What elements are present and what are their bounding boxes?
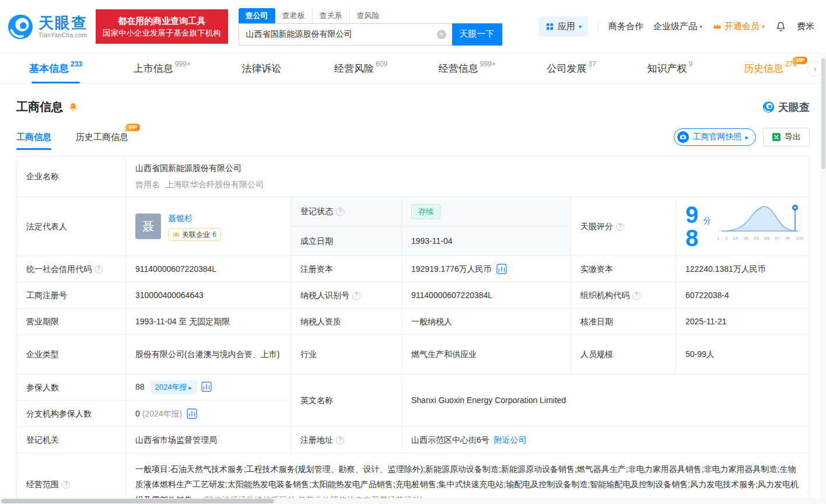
tab-operation-risk[interactable]: 经营风险 609 (326, 54, 396, 83)
branch-insured-count-value: 0 (2024年报) (126, 401, 291, 427)
search-input[interactable] (239, 23, 452, 46)
registered-address-value: 山西示范区中心街6号 附近公司 (402, 427, 810, 453)
search-tabs: 查公司 查老板 查关系 查风险 (239, 8, 502, 23)
former-name: 上海联华合纤股份有限公司 (166, 180, 264, 189)
tab-history-info[interactable]: 历史信息 279 VIP (736, 54, 805, 83)
business-scope-label: 经营范围? (17, 453, 126, 504)
search-tab-risk[interactable]: 查风险 (350, 8, 387, 23)
score-unit: 分 (703, 215, 711, 227)
industry-value: 燃气生产和供应业 (402, 335, 571, 374)
vip-label: 开通会员 (724, 21, 760, 32)
tab-company-development[interactable]: 公司发展 37 (538, 54, 604, 83)
user-menu[interactable]: 费米 (797, 21, 814, 32)
search-row: × 天眼一下 (239, 23, 502, 46)
horizontal-scrollbar[interactable] (0, 498, 826, 504)
uscc-label: 统一社会信用代码? (17, 256, 126, 282)
help-icon[interactable]: ? (632, 292, 640, 300)
help-icon[interactable]: ? (336, 208, 344, 216)
divider (598, 21, 598, 33)
score-label: 天眼评分? (571, 197, 676, 256)
crown-icon (712, 22, 722, 32)
apps-grid-icon (545, 22, 554, 31)
search-tab-relation[interactable]: 查关系 (313, 8, 350, 23)
chevron-down-icon: ▾ (579, 23, 582, 30)
tab-label: 公司发展 (547, 62, 586, 75)
help-icon[interactable]: ? (62, 481, 70, 489)
help-icon[interactable]: ? (616, 223, 624, 231)
tab-operation-info[interactable]: 经营信息 999+ (430, 54, 504, 83)
establish-date-value: 1993-11-04 (402, 226, 571, 256)
company-name-value: 山西省国新能源股份有限公司 曾用名上海联华合纤股份有限公司 (126, 156, 810, 197)
search-tab-boss[interactable]: 查老板 (275, 8, 313, 23)
tab-listing-info[interactable]: 上市信息 999+ (125, 54, 199, 83)
annual-report-tag[interactable]: 2024年报▸ (150, 380, 197, 394)
vertical-scrollbar-thumb[interactable] (821, 58, 825, 169)
related-companies-icon (173, 231, 180, 238)
search-button[interactable]: 天眼一下 (452, 23, 502, 46)
tab-basic-info[interactable]: 基本信息 233 (21, 54, 90, 83)
score-distribution-chart: 13153565859799100 (717, 203, 803, 242)
tab-label: 经营风险 (334, 62, 374, 75)
subtab-history-business-info[interactable]: 历史工商信息 VIP (76, 132, 128, 150)
table-action-buttons: 工商官网快照 ▸ 导出 (674, 128, 810, 150)
apps-button[interactable]: 应用 ▾ (539, 16, 588, 37)
enterprise-product-link[interactable]: 企业级产品 ▾ (653, 21, 702, 32)
insured-trend-icon[interactable] (201, 382, 212, 392)
site-logo[interactable]: 天眼查 TianYanCha.com (7, 13, 88, 40)
official-snapshot-button[interactable]: 工商官网快照 ▸ (674, 128, 756, 146)
status-badge: 存续 (411, 204, 440, 219)
promo-banner: 都在用的商业查询工具 国家中小企业发展子基金旗下机构 (96, 9, 228, 44)
tab-legal-litigation[interactable]: 法律诉讼 (233, 54, 291, 83)
related-companies-badge[interactable]: 关联企业 6 (168, 228, 221, 241)
tab-intellectual-property[interactable]: 知识产权 9 (639, 54, 701, 83)
help-icon[interactable]: ? (336, 436, 344, 444)
taxpayer-id-value: 91140000607220384L (402, 282, 571, 309)
help-icon[interactable]: ? (352, 292, 360, 300)
insured-count-value: 882024年报▸ (126, 374, 291, 401)
tab-count: 37 (588, 60, 596, 68)
english-name-label: 英文名称 (291, 374, 402, 427)
top-header: 天眼查 TianYanCha.com 都在用的商业查询工具 国家中小企业发展子基… (0, 0, 826, 54)
legal-rep-label: 法定代表人 (17, 197, 126, 256)
vip-membership-link[interactable]: 开通会员 ▾ (712, 21, 765, 32)
legal-rep-avatar[interactable]: 聂 (135, 214, 161, 239)
arrow-right-icon: ▸ (189, 383, 192, 392)
related-companies-count: 6 (212, 229, 216, 240)
taxpayer-quality-label: 纳税人资质 (291, 309, 402, 335)
brand-watermark: 天眼查 (762, 100, 810, 114)
subscribe-bell-icon[interactable] (68, 102, 79, 113)
promo-line-1: 都在用的商业查询工具 (103, 15, 221, 27)
subtab-label: 工商信息 (16, 132, 51, 142)
tab-count: 999+ (175, 60, 191, 68)
arrow-right-icon: ▸ (745, 134, 748, 141)
nearby-companies-link[interactable]: 附近公司 (494, 435, 527, 444)
notification-bell-icon[interactable] (775, 20, 787, 33)
clear-icon[interactable]: × (437, 30, 446, 39)
export-button[interactable]: 导出 (763, 128, 810, 146)
apps-label: 应用 (558, 21, 575, 32)
registration-authority-value: 山西省市场监督管理局 (126, 427, 291, 453)
registered-address-label: 注册地址? (291, 427, 402, 453)
horizontal-scrollbar-thumb[interactable] (1, 499, 274, 503)
legal-rep-name-link[interactable]: 聂银杉 (168, 212, 192, 225)
reg-status-value: 存续 (402, 197, 571, 227)
industry-label: 行业 (291, 335, 402, 374)
registered-capital-value: 192919.1776万人民币 (402, 256, 571, 282)
help-icon[interactable]: ? (94, 265, 103, 274)
business-term-label: 营业期限 (17, 309, 126, 335)
business-term-value: 1993-11-04 至 无固定期限 (126, 309, 291, 335)
biz-coop-link[interactable]: 商务合作 (608, 21, 643, 32)
capital-trend-icon[interactable] (496, 264, 507, 274)
search-tab-company[interactable]: 查公司 (239, 8, 275, 23)
tab-label: 经营信息 (439, 62, 478, 75)
tab-count: 609 (376, 60, 387, 68)
section-title: 工商信息 (16, 99, 63, 115)
main-content: 工商信息 天眼查 工商信息 历史工商信息 VIP (0, 84, 826, 504)
vertical-scrollbar[interactable] (821, 54, 826, 498)
branch-insured-trend-icon[interactable] (187, 408, 197, 419)
branch-insured-count-label: 分支机构参保人数 (17, 401, 126, 427)
subtab-business-info[interactable]: 工商信息 (16, 132, 51, 150)
company-type-value: 股份有限公司(台港澳与境内合资、上市) (126, 335, 291, 374)
subtab-label: 历史工商信息 (76, 132, 128, 142)
enterprise-product-label: 企业级产品 (653, 21, 697, 32)
